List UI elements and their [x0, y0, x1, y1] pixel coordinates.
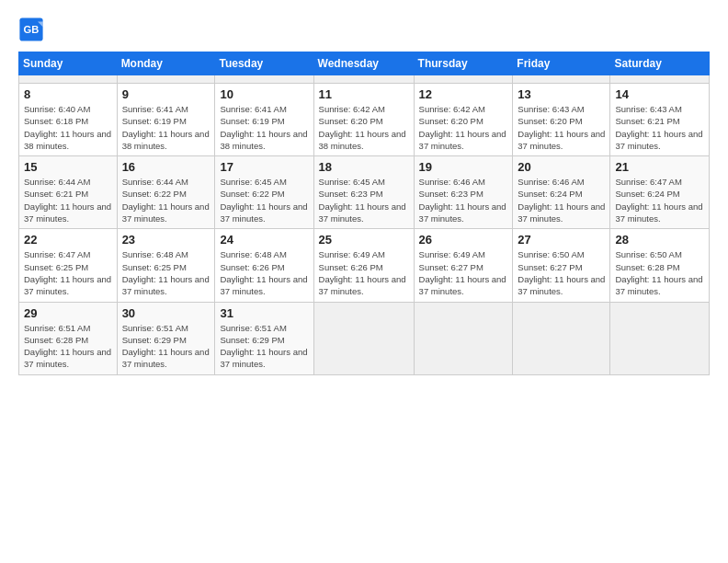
- day-header-saturday: Saturday: [610, 52, 710, 75]
- calendar-cell: [513, 75, 610, 84]
- week-row-5: 29 Sunrise: 6:51 AMSunset: 6:28 PMDaylig…: [19, 302, 710, 374]
- day-info: Sunrise: 6:51 AMSunset: 6:29 PMDaylight:…: [220, 323, 307, 370]
- calendar-cell: 18 Sunrise: 6:45 AMSunset: 6:23 PMDaylig…: [313, 156, 414, 229]
- logo: GB: [18, 17, 48, 42]
- day-number: 19: [419, 160, 508, 174]
- day-info: Sunrise: 6:42 AMSunset: 6:20 PMDaylight:…: [419, 104, 506, 151]
- week-row-3: 15 Sunrise: 6:44 AMSunset: 6:21 PMDaylig…: [19, 156, 710, 229]
- calendar-cell: [313, 75, 414, 84]
- day-header-monday: Monday: [117, 52, 215, 75]
- calendar-cell: 28 Sunrise: 6:50 AMSunset: 6:28 PMDaylig…: [610, 229, 710, 302]
- day-number: 20: [518, 160, 605, 174]
- calendar-cell: [117, 75, 215, 84]
- calendar-cell: 10 Sunrise: 6:41 AMSunset: 6:19 PMDaylig…: [215, 84, 313, 156]
- calendar-cell: 22 Sunrise: 6:47 AMSunset: 6:25 PMDaylig…: [19, 229, 118, 302]
- day-info: Sunrise: 6:44 AMSunset: 6:22 PMDaylight:…: [122, 177, 210, 224]
- calendar-cell: [513, 302, 610, 374]
- calendar-cell: 12 Sunrise: 6:42 AMSunset: 6:20 PMDaylig…: [414, 84, 513, 156]
- day-info: Sunrise: 6:40 AMSunset: 6:18 PMDaylight:…: [24, 104, 111, 151]
- day-number: 25: [319, 233, 409, 247]
- calendar-cell: 19 Sunrise: 6:46 AMSunset: 6:23 PMDaylig…: [414, 156, 513, 229]
- day-number: 31: [220, 306, 308, 320]
- calendar-cell: [215, 75, 313, 84]
- calendar-table: SundayMondayTuesdayWednesdayThursdayFrid…: [18, 52, 710, 375]
- day-header-friday: Friday: [513, 52, 610, 75]
- day-number: 10: [220, 87, 308, 101]
- calendar-cell: 24 Sunrise: 6:48 AMSunset: 6:26 PMDaylig…: [215, 229, 313, 302]
- day-info: Sunrise: 6:45 AMSunset: 6:23 PMDaylight:…: [319, 177, 406, 224]
- calendar-cell: [610, 75, 710, 84]
- calendar-cell: [414, 75, 513, 84]
- calendar-cell: [414, 302, 513, 374]
- calendar-cell: 8 Sunrise: 6:40 AMSunset: 6:18 PMDayligh…: [19, 84, 118, 156]
- day-number: 21: [615, 160, 704, 174]
- day-info: Sunrise: 6:46 AMSunset: 6:24 PMDaylight:…: [518, 177, 605, 224]
- calendar-body: 8 Sunrise: 6:40 AMSunset: 6:18 PMDayligh…: [19, 75, 710, 375]
- day-info: Sunrise: 6:43 AMSunset: 6:21 PMDaylight:…: [615, 104, 702, 151]
- logo-icon: GB: [18, 17, 44, 42]
- calendar-cell: 17 Sunrise: 6:45 AMSunset: 6:22 PMDaylig…: [215, 156, 313, 229]
- day-number: 13: [518, 87, 605, 101]
- day-info: Sunrise: 6:46 AMSunset: 6:23 PMDaylight:…: [419, 177, 506, 224]
- day-header-thursday: Thursday: [414, 52, 513, 75]
- day-number: 30: [122, 306, 210, 320]
- calendar-cell: 13 Sunrise: 6:43 AMSunset: 6:20 PMDaylig…: [513, 84, 610, 156]
- day-info: Sunrise: 6:51 AMSunset: 6:29 PMDaylight:…: [122, 323, 210, 370]
- svg-text:GB: GB: [24, 24, 40, 35]
- day-info: Sunrise: 6:44 AMSunset: 6:21 PMDaylight:…: [24, 177, 111, 224]
- day-info: Sunrise: 6:47 AMSunset: 6:24 PMDaylight:…: [615, 177, 702, 224]
- day-header-tuesday: Tuesday: [215, 52, 313, 75]
- day-number: 26: [419, 233, 508, 247]
- day-info: Sunrise: 6:41 AMSunset: 6:19 PMDaylight:…: [122, 104, 210, 151]
- day-number: 22: [24, 233, 112, 247]
- day-number: 12: [419, 87, 508, 101]
- day-number: 24: [220, 233, 308, 247]
- header: GB: [18, 17, 710, 42]
- day-number: 28: [615, 233, 704, 247]
- calendar-cell: 30 Sunrise: 6:51 AMSunset: 6:29 PMDaylig…: [117, 302, 215, 374]
- day-info: Sunrise: 6:42 AMSunset: 6:20 PMDaylight:…: [319, 104, 406, 151]
- day-header-sunday: Sunday: [19, 52, 118, 75]
- day-info: Sunrise: 6:50 AMSunset: 6:28 PMDaylight:…: [615, 249, 702, 296]
- calendar-cell: 27 Sunrise: 6:50 AMSunset: 6:27 PMDaylig…: [513, 229, 610, 302]
- day-number: 16: [122, 160, 210, 174]
- day-number: 18: [319, 160, 409, 174]
- day-number: 9: [122, 87, 210, 101]
- day-info: Sunrise: 6:50 AMSunset: 6:27 PMDaylight:…: [518, 249, 605, 296]
- calendar-cell: 29 Sunrise: 6:51 AMSunset: 6:28 PMDaylig…: [19, 302, 118, 374]
- page: GB SundayMondayTuesdayWednesdayThursdayF…: [0, 0, 728, 563]
- day-number: 23: [122, 233, 210, 247]
- calendar-cell: 9 Sunrise: 6:41 AMSunset: 6:19 PMDayligh…: [117, 84, 215, 156]
- calendar-cell: 20 Sunrise: 6:46 AMSunset: 6:24 PMDaylig…: [513, 156, 610, 229]
- day-number: 27: [518, 233, 605, 247]
- calendar-cell: 14 Sunrise: 6:43 AMSunset: 6:21 PMDaylig…: [610, 84, 710, 156]
- day-number: 8: [24, 87, 112, 101]
- day-info: Sunrise: 6:49 AMSunset: 6:27 PMDaylight:…: [419, 249, 506, 296]
- day-info: Sunrise: 6:47 AMSunset: 6:25 PMDaylight:…: [24, 249, 111, 296]
- day-info: Sunrise: 6:43 AMSunset: 6:20 PMDaylight:…: [518, 104, 605, 151]
- day-number: 15: [24, 160, 112, 174]
- calendar-header-row: SundayMondayTuesdayWednesdayThursdayFrid…: [19, 52, 710, 75]
- day-number: 11: [319, 87, 409, 101]
- day-number: 14: [615, 87, 704, 101]
- day-info: Sunrise: 6:48 AMSunset: 6:26 PMDaylight:…: [220, 249, 307, 296]
- calendar-cell: 25 Sunrise: 6:49 AMSunset: 6:26 PMDaylig…: [313, 229, 414, 302]
- day-info: Sunrise: 6:41 AMSunset: 6:19 PMDaylight:…: [220, 104, 307, 151]
- calendar-cell: 23 Sunrise: 6:48 AMSunset: 6:25 PMDaylig…: [117, 229, 215, 302]
- calendar-cell: 21 Sunrise: 6:47 AMSunset: 6:24 PMDaylig…: [610, 156, 710, 229]
- day-info: Sunrise: 6:45 AMSunset: 6:22 PMDaylight:…: [220, 177, 307, 224]
- week-row-1: [19, 75, 710, 84]
- day-number: 17: [220, 160, 308, 174]
- day-number: 29: [24, 306, 112, 320]
- calendar-cell: 26 Sunrise: 6:49 AMSunset: 6:27 PMDaylig…: [414, 229, 513, 302]
- day-header-wednesday: Wednesday: [313, 52, 414, 75]
- calendar-cell: 15 Sunrise: 6:44 AMSunset: 6:21 PMDaylig…: [19, 156, 118, 229]
- calendar-cell: 16 Sunrise: 6:44 AMSunset: 6:22 PMDaylig…: [117, 156, 215, 229]
- week-row-4: 22 Sunrise: 6:47 AMSunset: 6:25 PMDaylig…: [19, 229, 710, 302]
- calendar-cell: 31 Sunrise: 6:51 AMSunset: 6:29 PMDaylig…: [215, 302, 313, 374]
- calendar-cell: [610, 302, 710, 374]
- day-info: Sunrise: 6:51 AMSunset: 6:28 PMDaylight:…: [24, 323, 111, 370]
- week-row-2: 8 Sunrise: 6:40 AMSunset: 6:18 PMDayligh…: [19, 84, 710, 156]
- calendar-cell: [19, 75, 118, 84]
- calendar-cell: 11 Sunrise: 6:42 AMSunset: 6:20 PMDaylig…: [313, 84, 414, 156]
